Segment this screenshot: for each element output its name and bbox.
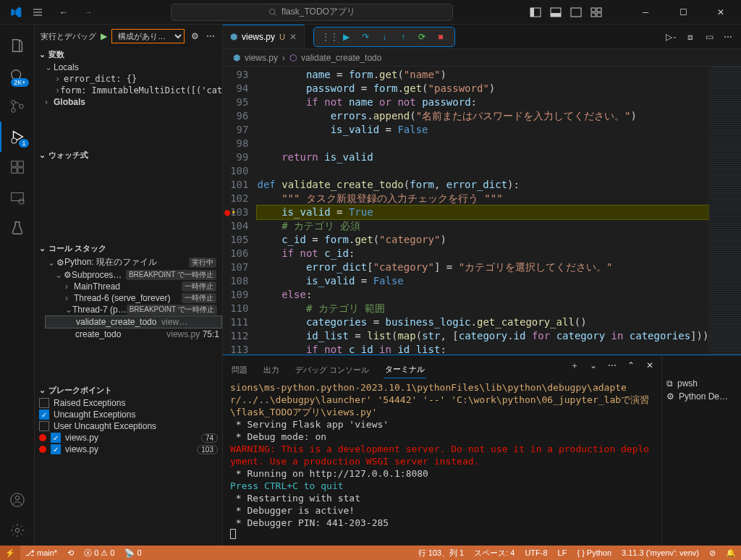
layout-panel-icon[interactable] bbox=[550, 7, 562, 18]
run-icon[interactable]: ▷⌄ bbox=[666, 31, 677, 43]
checkbox-checked[interactable]: ✓ bbox=[51, 433, 61, 443]
editor-area: ⬢ views.py U ✕ ⋮⋮ ▶ ↷ ↓ ↑ ⟳ ■ ▷⌄ ⧈ bbox=[223, 25, 741, 546]
callstack-subprocess[interactable]: ⌄⚙ Subproces…BREAKPOINT で一時停止 bbox=[45, 269, 222, 281]
tab-debug-console[interactable]: デバッグ コンソール bbox=[294, 362, 370, 378]
activity-testing[interactable] bbox=[0, 213, 35, 243]
tab-close-icon[interactable]: ✕ bbox=[289, 32, 297, 42]
menu-icon[interactable] bbox=[32, 7, 43, 18]
layout-sidebar-left-icon[interactable] bbox=[530, 7, 541, 18]
nav-back-icon[interactable]: ← bbox=[58, 7, 69, 18]
new-terminal-icon[interactable]: ＋ bbox=[569, 360, 580, 371]
svg-point-22 bbox=[15, 496, 20, 501]
panel-tabs: 問題 出力 デバッグ コンソール ターミナル ＋ ⌄ ⋯ ⌃ ✕ bbox=[223, 355, 661, 378]
checkbox[interactable] bbox=[39, 398, 49, 408]
debug-step-over-icon[interactable]: ↷ bbox=[359, 32, 372, 42]
callstack-thread6[interactable]: ›Thread-6 (serve_forever)一時停止 bbox=[45, 292, 222, 304]
window-close[interactable]: ✕ bbox=[706, 0, 735, 25]
nav-forward-icon[interactable]: → bbox=[82, 7, 94, 18]
minimap[interactable] bbox=[708, 67, 741, 355]
debug-continue-icon[interactable]: ▶ bbox=[340, 32, 353, 42]
code-content[interactable]: name = form.get("name") password = form.… bbox=[257, 67, 708, 355]
debug-restart-icon[interactable]: ⟳ bbox=[415, 32, 428, 42]
terminal-content[interactable]: sions\ms-python.python-2023.10.1\pythonF… bbox=[223, 378, 661, 546]
section-watch[interactable]: ⌄ウォッチ式 bbox=[35, 148, 222, 162]
command-center[interactable]: flask_TODOアプリ bbox=[171, 4, 453, 21]
vscode-icon bbox=[10, 7, 22, 18]
callstack-thread7[interactable]: ⌄Thread-7 (p…BREAKPOINT で一時停止 bbox=[45, 304, 222, 315]
checkbox[interactable] bbox=[39, 421, 49, 431]
status-problems[interactable]: ⓧ 0 ⚠ 0 bbox=[79, 546, 119, 560]
breadcrumb[interactable]: ⬢views.py › ⬡validate_create_todo bbox=[223, 49, 741, 67]
tab-terminal[interactable]: ターミナル bbox=[384, 361, 426, 378]
status-eol[interactable]: LF bbox=[553, 546, 572, 560]
editor-more-icon[interactable]: ⋯ bbox=[722, 31, 734, 43]
status-branch[interactable]: ⎇ main* bbox=[20, 546, 62, 560]
bp-user-uncaught-exceptions[interactable]: User Uncaught Exceptions bbox=[35, 420, 222, 432]
status-prettier[interactable]: ⊘ bbox=[704, 546, 721, 560]
svg-point-11 bbox=[11, 101, 15, 105]
status-port[interactable]: 📡 0 bbox=[119, 546, 146, 560]
status-sync[interactable]: ⟲ bbox=[62, 546, 79, 560]
var-form[interactable]: ›form: ImmutableMultiDict([('cat… bbox=[55, 85, 222, 96]
terminal-python-debug[interactable]: ⚙Python De… bbox=[662, 390, 741, 403]
bp-file-2[interactable]: ✓views.py103 bbox=[35, 444, 222, 455]
locals-node[interactable]: ⌄Locals bbox=[45, 61, 222, 73]
bp-uncaught-exceptions[interactable]: ✓Uncaught Exceptions bbox=[35, 409, 222, 420]
diff-icon[interactable]: ▭ bbox=[703, 31, 715, 43]
tab-output[interactable]: 出力 bbox=[262, 362, 281, 378]
activity-search[interactable]: 2K+ bbox=[0, 61, 35, 91]
gear-icon[interactable]: ⚙ bbox=[189, 30, 200, 42]
customize-layout-icon[interactable] bbox=[590, 7, 602, 18]
debug-step-into-icon[interactable]: ↓ bbox=[378, 32, 391, 42]
checkbox-checked[interactable]: ✓ bbox=[39, 410, 49, 420]
activitybar: 2K+ 1 bbox=[0, 25, 35, 546]
tab-problems[interactable]: 問題 bbox=[230, 362, 249, 378]
var-error-dict[interactable]: ›error_dict: {} bbox=[55, 73, 222, 85]
terminal-pwsh[interactable]: ⧉pwsh bbox=[662, 377, 741, 390]
debug-stop-icon[interactable]: ■ bbox=[434, 32, 447, 42]
debug-drag-icon[interactable]: ⋮⋮ bbox=[321, 32, 334, 42]
sidebar: 実行とデバッグ ▶ 構成があり… ⚙ ⋯ ⌄変数 ⌄Locals ›error_… bbox=[35, 25, 223, 546]
code-editor[interactable]: 93949596979899100101102●➤103104105106107… bbox=[223, 67, 741, 355]
svg-point-23 bbox=[15, 528, 20, 533]
panel-maximize-icon[interactable]: ⌃ bbox=[625, 360, 637, 371]
debug-config-select[interactable]: 構成があり… bbox=[111, 29, 185, 43]
debug-step-out-icon[interactable]: ↑ bbox=[397, 32, 410, 42]
status-remote[interactable]: ⚡ bbox=[0, 546, 20, 560]
window-minimize[interactable]: ─ bbox=[631, 0, 660, 25]
activity-extensions[interactable] bbox=[0, 152, 35, 182]
start-debug-icon[interactable]: ▶ bbox=[101, 31, 107, 41]
status-language[interactable]: { } Python bbox=[572, 546, 617, 560]
section-variables[interactable]: ⌄変数 bbox=[35, 48, 222, 61]
activity-explorer[interactable] bbox=[0, 30, 35, 61]
bp-file-1[interactable]: ✓views.py74 bbox=[35, 432, 222, 444]
split-editor-icon[interactable]: ⧈ bbox=[685, 31, 696, 43]
terminal-dropdown-icon[interactable]: ⌄ bbox=[588, 360, 599, 371]
activity-remote[interactable] bbox=[0, 182, 35, 213]
status-position[interactable]: 行 103、列 1 bbox=[413, 546, 470, 560]
activity-source-control[interactable] bbox=[0, 91, 35, 122]
status-notifications[interactable]: 🔔 bbox=[721, 546, 741, 560]
globals-node[interactable]: ›Globals bbox=[45, 96, 222, 108]
line-gutter: 93949596979899100101102●➤103104105106107… bbox=[223, 67, 257, 355]
tab-views-py[interactable]: ⬢ views.py U ✕ bbox=[223, 25, 305, 48]
checkbox-checked[interactable]: ✓ bbox=[51, 444, 61, 454]
section-callstack[interactable]: ⌄コール スタック bbox=[35, 242, 222, 255]
status-encoding[interactable]: UTF-8 bbox=[520, 546, 552, 560]
status-python-version[interactable]: 3.11.3 ('myenv': venv) bbox=[617, 546, 704, 560]
frame-validate-create-todo[interactable]: validate_create_todo view… bbox=[45, 315, 222, 328]
window-maximize[interactable]: ☐ bbox=[669, 0, 698, 25]
activity-settings[interactable] bbox=[0, 515, 35, 546]
activity-run-debug[interactable]: 1 bbox=[0, 122, 35, 152]
panel-close-icon[interactable]: ✕ bbox=[644, 360, 656, 371]
bp-raised-exceptions[interactable]: Raised Exceptions bbox=[35, 397, 222, 409]
frame-create-todo[interactable]: create_todoviews.py 75:1 bbox=[45, 328, 222, 340]
more-icon[interactable]: ⋯ bbox=[205, 30, 216, 42]
layout-sidebar-right-icon[interactable] bbox=[570, 7, 582, 18]
status-spaces[interactable]: スペース: 4 bbox=[469, 546, 520, 560]
panel-more-icon[interactable]: ⋯ bbox=[606, 360, 618, 371]
callstack-mainthread[interactable]: ›MainThread一時停止 bbox=[45, 281, 222, 292]
section-breakpoints[interactable]: ⌄ブレークポイント bbox=[35, 383, 222, 397]
activity-accounts[interactable] bbox=[0, 485, 35, 515]
callstack-python[interactable]: ⌄⚙ Python: 現在のファイル実行中 bbox=[45, 255, 222, 269]
